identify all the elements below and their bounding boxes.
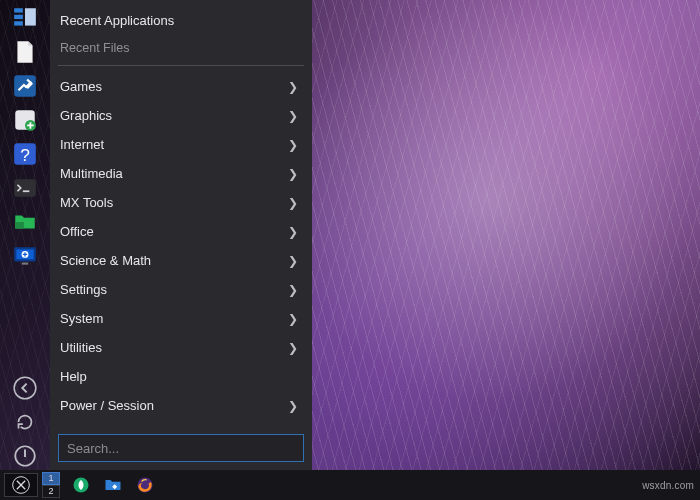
add-app-icon[interactable] — [11, 106, 39, 134]
terminal-icon[interactable] — [11, 174, 39, 202]
category-label: System — [60, 311, 282, 326]
left-dock: ? — [0, 0, 50, 470]
chevron-right-icon: ❯ — [288, 341, 298, 355]
taskbar-launchers — [70, 474, 156, 496]
category-label: Graphics — [60, 108, 282, 123]
files-icon[interactable] — [11, 208, 39, 236]
help-label: Help — [60, 369, 298, 384]
svg-rect-2 — [14, 21, 23, 25]
svg-text:?: ? — [20, 145, 30, 165]
application-menu: Recent Applications Recent Files Games ❯… — [50, 0, 312, 470]
svg-rect-9 — [14, 179, 36, 196]
chevron-right-icon: ❯ — [288, 225, 298, 239]
category-mx-tools[interactable]: MX Tools ❯ — [58, 188, 304, 217]
svg-rect-14 — [22, 263, 29, 265]
category-graphics[interactable]: Graphics ❯ — [58, 101, 304, 130]
recent-applications-item[interactable]: Recent Applications — [58, 6, 304, 35]
category-office[interactable]: Office ❯ — [58, 217, 304, 246]
category-label: Utilities — [60, 340, 282, 355]
category-multimedia[interactable]: Multimedia ❯ — [58, 159, 304, 188]
menu-separator — [58, 65, 304, 66]
refresh-icon[interactable] — [11, 408, 39, 436]
window-list-icon[interactable] — [11, 4, 39, 32]
back-icon[interactable] — [11, 374, 39, 402]
category-utilities[interactable]: Utilities ❯ — [58, 333, 304, 362]
menu-search[interactable] — [58, 434, 304, 462]
start-menu-button[interactable] — [4, 473, 38, 497]
document-icon[interactable] — [11, 38, 39, 66]
category-label: MX Tools — [60, 195, 282, 210]
category-games[interactable]: Games ❯ — [58, 72, 304, 101]
category-label: Internet — [60, 137, 282, 152]
help-icon[interactable]: ? — [11, 140, 39, 168]
category-label: Office — [60, 224, 282, 239]
svg-rect-3 — [25, 8, 36, 25]
help-item[interactable]: Help — [58, 362, 304, 391]
chevron-right-icon: ❯ — [288, 399, 298, 413]
workspace-1[interactable]: 1 — [42, 472, 60, 485]
category-system[interactable]: System ❯ — [58, 304, 304, 333]
file-manager-icon[interactable] — [102, 474, 124, 496]
chevron-right-icon: ❯ — [288, 196, 298, 210]
chevron-right-icon: ❯ — [288, 80, 298, 94]
system-info-icon[interactable] — [11, 242, 39, 270]
category-settings[interactable]: Settings ❯ — [58, 275, 304, 304]
chevron-right-icon: ❯ — [288, 254, 298, 268]
svg-rect-0 — [14, 8, 23, 12]
workspace-pager[interactable]: 1 2 — [42, 472, 60, 498]
chevron-right-icon: ❯ — [288, 312, 298, 326]
category-label: Multimedia — [60, 166, 282, 181]
firefox-icon[interactable] — [134, 474, 156, 496]
chevron-right-icon: ❯ — [288, 167, 298, 181]
power-session-label: Power / Session — [60, 398, 282, 413]
watermark-text: wsxdn.com — [642, 480, 694, 491]
svg-point-15 — [14, 377, 36, 399]
recent-applications-label: Recent Applications — [60, 13, 298, 28]
updater-icon[interactable] — [70, 474, 92, 496]
category-science-math[interactable]: Science & Math ❯ — [58, 246, 304, 275]
category-label: Games — [60, 79, 282, 94]
chevron-right-icon: ❯ — [288, 109, 298, 123]
recent-files-header: Recent Files — [58, 35, 304, 61]
tools-icon[interactable] — [11, 72, 39, 100]
power-session-item[interactable]: Power / Session ❯ — [58, 391, 304, 420]
category-label: Science & Math — [60, 253, 282, 268]
chevron-right-icon: ❯ — [288, 283, 298, 297]
svg-rect-10 — [15, 222, 24, 229]
chevron-right-icon: ❯ — [288, 138, 298, 152]
bottom-panel: 1 2 wsxdn.com — [0, 470, 700, 500]
category-label: Settings — [60, 282, 282, 297]
svg-rect-1 — [14, 15, 23, 19]
power-icon[interactable] — [11, 442, 39, 470]
category-internet[interactable]: Internet ❯ — [58, 130, 304, 159]
search-input[interactable] — [67, 441, 295, 456]
workspace-2[interactable]: 2 — [42, 485, 60, 498]
